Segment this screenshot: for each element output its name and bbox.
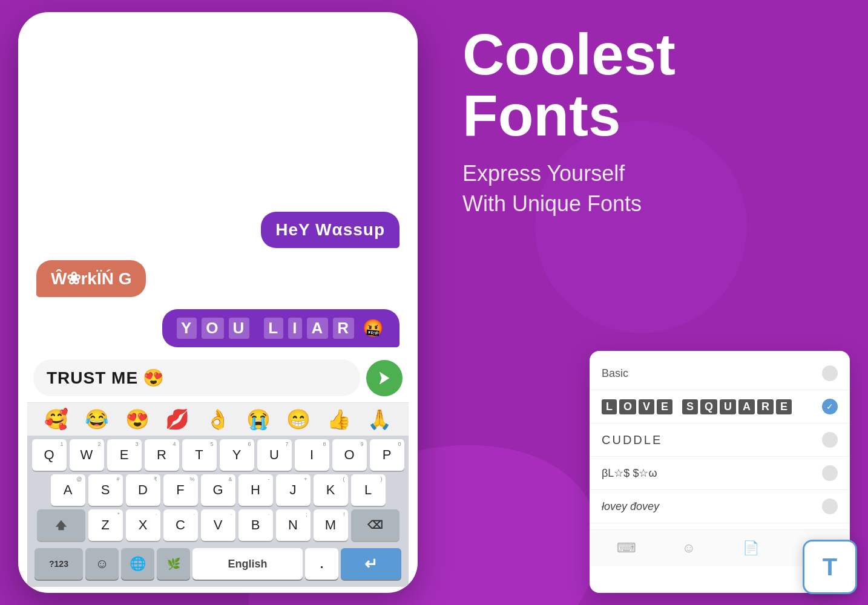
key-X[interactable]: ·X: [126, 509, 160, 541]
font-label-love-square: L O V E S Q U A R E: [602, 399, 792, 414]
t-button[interactable]: T: [803, 540, 857, 594]
key-Z[interactable]: *Z: [88, 509, 123, 541]
font-item-cuddle[interactable]: CUDDLE: [590, 424, 850, 457]
input-bar: ❤ TRUST ME 😍: [33, 359, 403, 396]
font-radio-lovey: [822, 499, 838, 514]
emoji-row: 🥰 😂 😍 💋 👌 😭 😁 👍 🙏: [27, 402, 409, 436]
emoji-1[interactable]: 🥰: [44, 408, 68, 431]
key-C[interactable]: ·C: [163, 509, 198, 541]
chat-bubble-1: HeY Wαssup: [261, 212, 399, 248]
main-title: Coolest Fonts: [462, 24, 838, 146]
font-label-cuddle: CUDDLE: [602, 433, 662, 447]
font-check-love-square: ✓: [822, 399, 838, 414]
key-B[interactable]: ·B: [238, 509, 273, 541]
key-K[interactable]: (K: [314, 474, 348, 506]
key-E[interactable]: 3E: [107, 439, 142, 471]
svg-marker-1: [55, 520, 66, 531]
key-numbers[interactable]: ?123: [35, 548, 83, 580]
key-N[interactable]: ;N: [276, 509, 311, 541]
key-period[interactable]: .: [305, 548, 338, 580]
key-M[interactable]: !M: [314, 509, 348, 541]
send-button[interactable]: [366, 360, 403, 396]
key-I[interactable]: 8I: [295, 439, 329, 471]
subtitle: Express Yourself With Unique Fonts: [462, 159, 838, 220]
keyboard: 1Q 2W 3E 4R 5T 6Y 7U 8I 9O 0P @A #S ₹D %…: [27, 436, 409, 587]
key-J[interactable]: +J: [276, 474, 311, 506]
key-R[interactable]: 4R: [145, 439, 179, 471]
key-F[interactable]: %F: [163, 474, 198, 506]
chat-bubble-3: Y O U L I A R 🤬: [162, 309, 399, 347]
key-W[interactable]: 2W: [70, 439, 104, 471]
phone-mockup: HeY Wαssup Ŵ❀rkÏŃ G Y O U L I A R 🤬 ❤: [18, 12, 418, 593]
emoji-7[interactable]: 😁: [286, 408, 311, 431]
chat-bubble-2: Ŵ❀rkÏŃ G: [36, 260, 146, 297]
key-row-3: *Z ·X ·C ·V ·B ;N !M ⌫: [30, 509, 406, 541]
input-text: TRUST ME: [47, 368, 138, 388]
key-Y[interactable]: 6Y: [220, 439, 254, 471]
right-content: Coolest Fonts Express Yourself With Uniq…: [462, 24, 838, 219]
text-input-field[interactable]: ❤ TRUST ME 😍: [33, 359, 360, 396]
key-emoji[interactable]: ☺: [85, 548, 119, 580]
key-O[interactable]: 9O: [332, 439, 367, 471]
key-row-1: 1Q 2W 3E 4R 5T 6Y 7U 8I 9O 0P: [30, 439, 406, 471]
emoji-4[interactable]: 💋: [165, 408, 189, 431]
font-item-lovey[interactable]: łovey đovey: [590, 490, 850, 523]
key-leaf[interactable]: 🌿: [157, 548, 190, 580]
key-backspace[interactable]: ⌫: [351, 509, 399, 541]
key-globe[interactable]: 🌐: [121, 548, 154, 580]
chat-area: HeY Wαssup Ŵ❀rkÏŃ G Y O U L I A R 🤬: [27, 24, 409, 359]
font-keyboard-icon[interactable]: ⌨: [614, 536, 639, 560]
emoji-8[interactable]: 👍: [327, 408, 351, 431]
key-row-2: @A #S ₹D %F &G -H +J (K )L: [30, 474, 406, 506]
font-item-fancy[interactable]: βL☆$ $☆ω: [590, 457, 850, 490]
font-item-love-square[interactable]: L O V E S Q U A R E ✓: [590, 390, 850, 424]
font-sticker-icon[interactable]: 📄: [738, 536, 763, 560]
key-A[interactable]: @A: [51, 474, 85, 506]
svg-marker-0: [380, 371, 389, 384]
font-item-basic[interactable]: Basic: [590, 357, 850, 390]
key-D[interactable]: ₹D: [126, 474, 160, 506]
key-G[interactable]: &G: [201, 474, 235, 506]
font-label-lovey: łovey đovey: [602, 500, 659, 513]
font-radio-basic: [822, 365, 838, 381]
emoji-5[interactable]: 👌: [206, 408, 230, 431]
font-emoji-icon[interactable]: ☺: [677, 536, 701, 560]
key-V[interactable]: ·V: [201, 509, 235, 541]
font-radio-fancy: [822, 465, 838, 481]
key-Q[interactable]: 1Q: [32, 439, 67, 471]
font-label-basic: Basic: [602, 367, 628, 380]
emoji-3[interactable]: 😍: [125, 408, 150, 431]
key-language[interactable]: English: [192, 548, 303, 580]
key-H[interactable]: -H: [238, 474, 273, 506]
keyboard-bottom-bar: ?123 ☺ 🌐 🌿 English . ↵: [30, 544, 406, 583]
key-enter[interactable]: ↵: [341, 548, 401, 580]
font-list: Basic L O V E S Q U A R E ✓ CUDDLE: [590, 351, 850, 529]
key-U[interactable]: 7U: [257, 439, 292, 471]
emoji-2[interactable]: 😂: [85, 408, 109, 431]
font-label-fancy: βL☆$ $☆ω: [602, 466, 657, 480]
key-T[interactable]: 5T: [182, 439, 217, 471]
key-P[interactable]: 0P: [370, 439, 404, 471]
key-S[interactable]: #S: [88, 474, 123, 506]
emoji-9[interactable]: 🙏: [367, 408, 392, 431]
emoji-6[interactable]: 😭: [246, 408, 271, 431]
font-radio-cuddle: [822, 432, 838, 448]
key-L[interactable]: )L: [351, 474, 386, 506]
key-shift[interactable]: [37, 509, 85, 541]
